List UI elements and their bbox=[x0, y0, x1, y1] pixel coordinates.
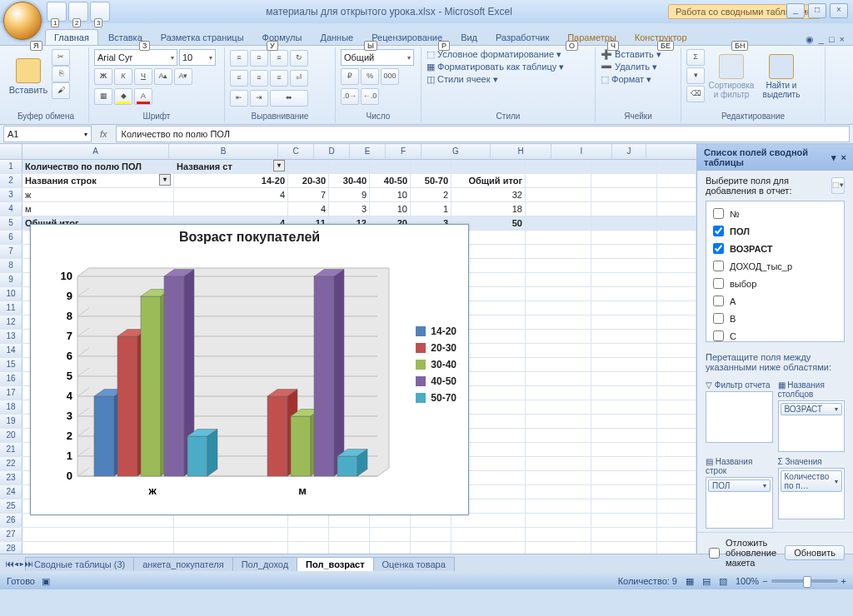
select-all-corner[interactable] bbox=[0, 144, 22, 159]
cell[interactable] bbox=[329, 528, 370, 541]
sheet-tab[interactable]: Пол_доход bbox=[232, 557, 297, 571]
cell[interactable] bbox=[591, 174, 657, 187]
tab-data[interactable]: Данные bbox=[312, 30, 362, 45]
cell[interactable] bbox=[526, 287, 591, 301]
cell[interactable] bbox=[451, 528, 526, 541]
cell[interactable] bbox=[526, 344, 591, 357]
cell[interactable] bbox=[526, 231, 591, 244]
cell[interactable] bbox=[657, 400, 696, 414]
cell[interactable] bbox=[526, 386, 591, 400]
cell[interactable] bbox=[591, 160, 657, 173]
cell[interactable] bbox=[657, 358, 696, 371]
bold-button[interactable]: Ж bbox=[94, 68, 112, 85]
cell[interactable]: 9 bbox=[329, 188, 370, 201]
row-header[interactable]: 27 bbox=[0, 528, 22, 541]
row-header[interactable]: 28 bbox=[0, 542, 22, 554]
macro-record-icon[interactable]: ▣ bbox=[42, 576, 50, 587]
cell[interactable] bbox=[22, 542, 174, 554]
zoom-control[interactable]: 100% − + bbox=[736, 576, 846, 586]
cell[interactable]: 4 bbox=[174, 188, 288, 201]
row-header[interactable]: 4 bbox=[0, 202, 22, 216]
cell[interactable] bbox=[526, 273, 591, 286]
cell[interactable] bbox=[591, 457, 657, 470]
increase-decimal-icon[interactable]: .0→ bbox=[341, 88, 359, 105]
cell[interactable] bbox=[526, 443, 591, 456]
decrease-decimal-icon[interactable]: ←.0 bbox=[361, 88, 379, 105]
defer-update-checkbox[interactable]: Отложить обновление макета bbox=[706, 538, 778, 568]
minimize-button[interactable]: _ bbox=[786, 3, 805, 18]
cell[interactable] bbox=[591, 471, 657, 484]
row-header[interactable]: 26 bbox=[0, 514, 22, 527]
fill-icon[interactable]: ▾ bbox=[686, 67, 705, 84]
align-right-icon[interactable]: ≡ bbox=[270, 70, 288, 87]
embedded-chart[interactable]: Возраст покупателей 012345678910жм 14-20… bbox=[30, 224, 469, 515]
cell[interactable] bbox=[657, 231, 696, 244]
decrease-indent-icon[interactable]: ⇤ bbox=[230, 90, 248, 107]
field-item[interactable]: ДОХОД_тыс_р bbox=[710, 257, 841, 275]
cell[interactable] bbox=[591, 514, 657, 527]
update-button[interactable]: Обновить bbox=[785, 545, 845, 560]
tab-nav-icons[interactable]: ⏮◀▶⏭ bbox=[5, 559, 33, 569]
cell[interactable] bbox=[411, 528, 451, 541]
wrap-text-icon[interactable]: ⏎ bbox=[290, 70, 308, 87]
cell[interactable] bbox=[526, 528, 591, 541]
cell[interactable]: 40-50 bbox=[370, 174, 411, 187]
cell[interactable]: Названия строк▾ bbox=[22, 174, 174, 187]
cell[interactable] bbox=[526, 301, 591, 315]
fx-icon[interactable]: fx bbox=[95, 129, 112, 139]
col-header[interactable]: J bbox=[612, 144, 646, 159]
row-header[interactable]: 23 bbox=[0, 471, 22, 484]
row-header[interactable]: 10 bbox=[0, 287, 22, 301]
conditional-formatting-button[interactable]: ⬚ Условное форматирование ▾ bbox=[426, 49, 561, 60]
area-values[interactable]: Количество по п…▾ bbox=[778, 468, 846, 519]
cell[interactable] bbox=[591, 188, 657, 201]
row-header[interactable]: 3 bbox=[0, 188, 22, 201]
cell[interactable] bbox=[591, 330, 657, 343]
row-header[interactable]: 8 bbox=[0, 259, 22, 272]
sheet-tab[interactable]: Оценка товара bbox=[373, 557, 455, 571]
row-header[interactable]: 14 bbox=[0, 344, 22, 357]
cell[interactable]: 1 bbox=[411, 202, 451, 216]
copy-icon[interactable]: ⎘ bbox=[52, 66, 70, 82]
cell[interactable] bbox=[174, 542, 288, 554]
cell[interactable] bbox=[370, 542, 411, 554]
cell[interactable] bbox=[591, 202, 657, 216]
cell[interactable]: Названия ст▾ bbox=[174, 160, 288, 173]
cell[interactable] bbox=[370, 160, 411, 173]
tab-design[interactable]: Конструктор bbox=[626, 30, 696, 45]
cell[interactable] bbox=[174, 514, 288, 527]
qat-save-icon[interactable]: 1 bbox=[47, 2, 67, 22]
zoom-slider[interactable] bbox=[771, 579, 838, 583]
cell[interactable] bbox=[411, 160, 451, 173]
align-top-icon[interactable]: ≡ bbox=[230, 50, 248, 67]
cell[interactable] bbox=[591, 315, 657, 329]
row-header[interactable]: 22 bbox=[0, 457, 22, 470]
cell[interactable] bbox=[657, 301, 696, 315]
tab-view[interactable]: Вид bbox=[452, 30, 486, 45]
cell[interactable] bbox=[591, 415, 657, 428]
cell[interactable] bbox=[591, 372, 657, 385]
cut-icon[interactable]: ✂ bbox=[52, 49, 70, 66]
number-format-combo[interactable]: Общий▾ bbox=[341, 49, 414, 66]
cell[interactable] bbox=[657, 330, 696, 343]
cell[interactable] bbox=[288, 160, 329, 173]
cell[interactable] bbox=[526, 160, 591, 173]
row-header[interactable]: 1 bbox=[0, 160, 22, 173]
cell[interactable] bbox=[657, 485, 696, 499]
field-list[interactable]: №ПОЛВОЗРАСТДОХОД_тыс_рвыборABC bbox=[706, 201, 845, 342]
tab-developer[interactable]: Разработчик bbox=[487, 30, 557, 45]
italic-button[interactable]: К bbox=[114, 68, 132, 85]
field-item[interactable]: A bbox=[710, 292, 841, 310]
cell[interactable] bbox=[526, 542, 591, 554]
cell[interactable]: 4 bbox=[288, 202, 329, 216]
percent-icon[interactable]: % bbox=[361, 68, 379, 85]
cell[interactable] bbox=[657, 471, 696, 484]
underline-button[interactable]: Ч bbox=[134, 68, 152, 85]
merge-icon[interactable]: ⬌ bbox=[270, 90, 308, 107]
cell[interactable] bbox=[526, 499, 591, 513]
cell[interactable] bbox=[174, 202, 288, 216]
cell[interactable]: 20-30 bbox=[288, 174, 329, 187]
cell[interactable] bbox=[591, 301, 657, 315]
view-layout-icon[interactable]: ▤ bbox=[702, 576, 711, 587]
cell[interactable] bbox=[657, 202, 696, 216]
